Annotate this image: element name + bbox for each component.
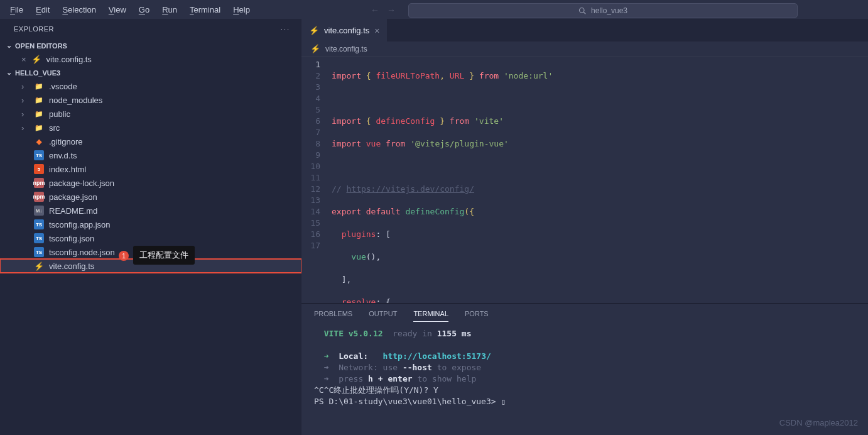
chevron-right-icon: › <box>21 109 29 119</box>
open-editor-label: vite.config.ts <box>46 55 92 64</box>
file-item[interactable]: npmpackage-lock.json <box>0 176 301 190</box>
file-item[interactable]: M↓README.md <box>0 204 301 218</box>
file-item[interactable]: ◆.gitignore <box>0 135 301 148</box>
ts-icon: TS <box>34 247 44 257</box>
file-item[interactable]: npmpackage.json <box>0 190 301 204</box>
file-item[interactable]: TSenv.d.ts <box>0 148 301 162</box>
folder-item[interactable]: ›📁public <box>0 107 301 121</box>
ts-icon: TS <box>34 233 44 243</box>
nav-back-icon[interactable]: ← <box>371 5 379 15</box>
panel-tabs: PROBLEMS OUTPUT TERMINAL PORTS <box>301 304 868 322</box>
search-icon <box>578 7 586 14</box>
tree-label: public <box>49 109 70 119</box>
bottom-panel: PROBLEMS OUTPUT TERMINAL PORTS VITE v5.0… <box>301 303 868 435</box>
open-editors-section[interactable]: ⌄ OPEN EDITORS <box>0 39 301 52</box>
red-icon: npm <box>34 192 44 202</box>
tree-label: env.d.ts <box>49 151 77 160</box>
code-content[interactable]: import { fileURLToPath, URL } from 'node… <box>328 57 868 303</box>
command-center[interactable]: hello_vue3 <box>408 3 798 18</box>
svg-point-0 <box>579 8 584 13</box>
chevron-right-icon: › <box>21 82 29 91</box>
green-icon: 📁 <box>34 123 44 133</box>
tree-label: node_modules <box>49 96 102 105</box>
annotation-badge: 1 <box>119 251 129 261</box>
ts-icon: TS <box>34 219 44 229</box>
tab-label: vite.config.ts <box>324 26 369 35</box>
chevron-right-icon: › <box>21 96 29 105</box>
ts-icon: TS <box>34 150 44 160</box>
tab-ports[interactable]: PORTS <box>465 310 489 322</box>
chevron-down-icon: ⌄ <box>6 69 15 77</box>
vite-icon: ⚡ <box>31 54 41 64</box>
tree-label: index.html <box>49 165 86 174</box>
tree-label: src <box>49 123 60 133</box>
md-icon: M↓ <box>34 206 44 216</box>
menu-terminal[interactable]: Terminal <box>185 3 225 17</box>
green-icon: 📁 <box>34 95 44 105</box>
tree-label: package.json <box>49 192 97 202</box>
nav-forward-icon[interactable]: → <box>387 5 396 15</box>
menu-go[interactable]: Go <box>134 3 155 17</box>
folder-item[interactable]: ›📁node_modules <box>0 93 301 107</box>
file-item[interactable]: TStsconfig.json <box>0 231 301 245</box>
open-editor-item[interactable]: × ⚡ vite.config.ts <box>0 52 301 66</box>
chevron-right-icon: › <box>21 123 29 133</box>
cyan-icon: 📁 <box>34 109 44 119</box>
cyan-icon: 📁 <box>34 81 44 91</box>
orange-icon: ◆ <box>34 136 44 146</box>
vite-icon: ⚡ <box>34 261 44 271</box>
explorer-title: EXPLORER <box>14 25 54 33</box>
tree-label: tsconfig.app.json <box>49 220 111 229</box>
close-icon[interactable]: × <box>21 55 26 64</box>
chevron-down-icon: ⌄ <box>6 41 15 50</box>
file-item[interactable]: TStsconfig.app.json <box>0 218 301 231</box>
menu-selection[interactable]: Selection <box>57 3 100 17</box>
svg-line-1 <box>583 12 585 14</box>
menu-run[interactable]: Run <box>157 3 182 17</box>
project-section[interactable]: ⌄ HELLO_VUE3 <box>0 66 301 79</box>
code-editor[interactable]: 1234567 891011121314151617 import { file… <box>301 57 868 303</box>
editor-area: ⚡ vite.config.ts × ⚡ vite.config.ts 1234… <box>301 19 868 435</box>
tree-label: vite.config.ts <box>49 262 94 271</box>
project-title: HELLO_VUE3 <box>15 69 60 77</box>
red-icon: npm <box>34 178 44 188</box>
vite-icon: ⚡ <box>309 26 319 36</box>
file-item[interactable]: 5index.html <box>0 162 301 176</box>
explorer-header: EXPLORER ··· <box>0 19 301 39</box>
watermark: CSDN @maplea2012 <box>779 418 858 427</box>
folder-item[interactable]: ›📁.vscode <box>0 79 301 93</box>
tab-vite-config[interactable]: ⚡ vite.config.ts × <box>301 19 387 41</box>
tree-label: tsconfig.json <box>49 234 94 243</box>
tree-label: .vscode <box>49 82 77 91</box>
folder-item[interactable]: ›📁src <box>0 121 301 135</box>
tree-label: package-lock.json <box>49 179 114 188</box>
menu-edit[interactable]: Edit <box>31 3 55 17</box>
tree-label: tsconfig.node.json <box>49 248 115 257</box>
open-editors-title: OPEN EDITORS <box>15 42 67 50</box>
tab-terminal[interactable]: TERMINAL <box>413 310 448 322</box>
tree-label: .gitignore <box>49 137 82 146</box>
html-icon: 5 <box>34 164 44 174</box>
vite-icon: ⚡ <box>310 44 320 54</box>
menu-file[interactable]: File <box>5 3 28 17</box>
tab-bar: ⚡ vite.config.ts × <box>301 19 868 41</box>
breadcrumb[interactable]: ⚡ vite.config.ts <box>301 41 868 57</box>
line-gutter: 1234567 891011121314151617 <box>301 57 328 303</box>
nav-arrows: ← → <box>371 5 396 15</box>
menu-view[interactable]: View <box>104 3 131 17</box>
annotation-tooltip: 工程配置文件 <box>133 246 195 265</box>
tree-label: README.md <box>49 206 97 216</box>
menu-help[interactable]: Help <box>228 3 255 17</box>
explorer-more-icon[interactable]: ··· <box>281 25 290 33</box>
tab-output[interactable]: OUTPUT <box>369 310 397 322</box>
search-label: hello_vue3 <box>591 6 627 15</box>
breadcrumb-label: vite.config.ts <box>325 45 367 53</box>
sidebar: EXPLORER ··· ⌄ OPEN EDITORS × ⚡ vite.con… <box>0 19 301 435</box>
tab-problems[interactable]: PROBLEMS <box>314 310 352 322</box>
close-icon[interactable]: × <box>374 26 379 36</box>
